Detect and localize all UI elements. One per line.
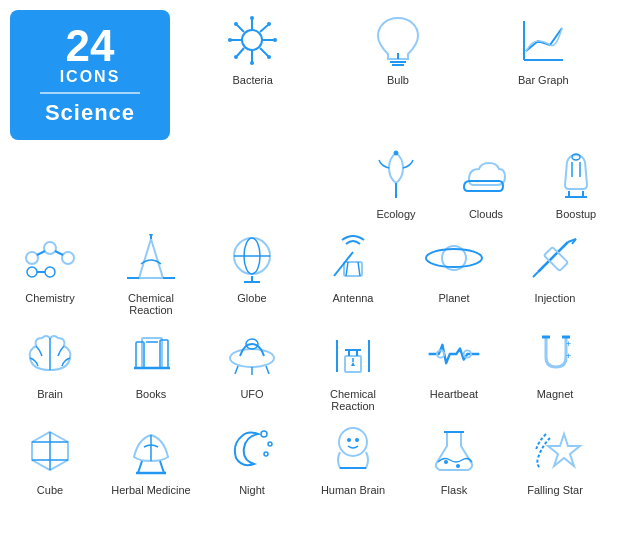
svg-line-6	[260, 48, 268, 56]
title-science: Science	[45, 100, 135, 126]
svg-line-8	[237, 48, 244, 56]
books-icon	[121, 324, 181, 384]
svg-line-5	[237, 25, 244, 32]
svg-point-40	[149, 234, 153, 236]
clouds-icon	[456, 144, 516, 204]
bar-graph-icon	[513, 10, 573, 70]
icon-flask: Flask	[414, 420, 494, 496]
globe-icon	[222, 228, 282, 288]
svg-point-97	[444, 460, 448, 464]
svg-point-90	[268, 442, 272, 446]
row3-grid: Chemistry Chemical Reaction	[10, 228, 616, 316]
magnet-label: Magnet	[537, 388, 574, 400]
svg-point-89	[261, 431, 267, 437]
svg-point-33	[27, 267, 37, 277]
top-icons-row: Bacteria Bulb	[180, 10, 616, 96]
title-divider	[40, 92, 140, 94]
antenna-label: Antenna	[333, 292, 374, 304]
icon-clouds: Clouds	[446, 144, 526, 220]
heartbeat-icon	[424, 324, 484, 384]
icon-human-brain: Human Brain	[313, 420, 393, 496]
bacteria-icon	[223, 10, 283, 70]
svg-point-13	[234, 22, 238, 26]
svg-point-98	[456, 464, 460, 468]
svg-line-65	[235, 366, 238, 374]
svg-point-10	[250, 61, 254, 65]
main-container: 24 ICONS Science	[0, 0, 626, 534]
ecology-label: Ecology	[376, 208, 415, 220]
svg-line-48	[346, 262, 348, 276]
icon-ufo: UFO	[212, 324, 292, 412]
svg-point-63	[230, 349, 274, 367]
night-icon	[222, 420, 282, 480]
icon-herbal-medicine: Herbal Medicine	[111, 420, 191, 496]
svg-point-92	[339, 428, 367, 456]
svg-point-29	[44, 242, 56, 254]
svg-rect-53	[543, 247, 567, 271]
antenna-icon	[323, 228, 383, 288]
chemical-reaction-icon	[121, 228, 181, 288]
herbal-medicine-icon	[121, 420, 181, 480]
second-row-inner: Ecology Clouds	[356, 144, 616, 220]
chemistry-icon	[20, 228, 80, 288]
brain-label: Brain	[37, 388, 63, 400]
svg-point-28	[26, 252, 38, 264]
chemical-reaction-label: Chemical Reaction	[111, 292, 191, 316]
svg-line-86	[160, 461, 164, 473]
svg-line-32	[55, 251, 63, 255]
bar-graph-label: Bar Graph	[518, 74, 569, 86]
title-number: 24	[66, 24, 115, 68]
svg-point-91	[264, 452, 268, 456]
flask-icon	[424, 420, 484, 480]
icon-brain: Brain	[10, 324, 90, 412]
icon-boostup: Boostup	[536, 144, 616, 220]
chemistry-label: Chemistry	[25, 292, 75, 304]
svg-line-49	[358, 262, 360, 276]
cube-label: Cube	[37, 484, 63, 496]
icon-books: Books	[111, 324, 191, 412]
icon-bulb: Bulb	[358, 10, 438, 86]
bulb-icon	[368, 10, 428, 70]
icon-falling-star: Falling Star	[515, 420, 595, 496]
flask-label: Flask	[441, 484, 467, 496]
svg-point-14	[267, 55, 271, 59]
ufo-icon	[222, 324, 282, 384]
svg-point-12	[273, 38, 277, 42]
chemical-reaction2-label: Chemical Reaction	[313, 388, 393, 412]
svg-point-23	[394, 151, 398, 155]
herbal-medicine-label: Herbal Medicine	[111, 484, 190, 496]
boostup-label: Boostup	[556, 208, 596, 220]
brain-icon	[20, 324, 80, 384]
icon-cube: Cube	[10, 420, 90, 496]
night-label: Night	[239, 484, 265, 496]
svg-point-94	[347, 438, 351, 442]
heartbeat-label: Heartbeat	[430, 388, 478, 400]
planet-label: Planet	[438, 292, 469, 304]
svg-line-31	[37, 251, 45, 255]
planet-icon	[424, 228, 484, 288]
icon-globe: Globe	[212, 228, 292, 316]
icon-bar-graph: Bar Graph	[503, 10, 583, 86]
human-brain-icon	[323, 420, 383, 480]
svg-line-67	[266, 366, 269, 374]
ufo-label: UFO	[240, 388, 263, 400]
svg-point-9	[250, 16, 254, 20]
icon-ecology: Ecology	[356, 144, 436, 220]
falling-star-icon	[525, 420, 585, 480]
icon-chemistry: Chemistry	[10, 228, 90, 316]
injection-label: Injection	[535, 292, 576, 304]
icon-antenna: Antenna	[313, 228, 393, 316]
title-box: 24 ICONS Science	[10, 10, 170, 140]
svg-point-95	[355, 438, 359, 442]
magnet-icon: + +	[525, 324, 585, 384]
icon-chemical-reaction2: Chemical Reaction	[313, 324, 393, 412]
icon-night: Night	[212, 420, 292, 496]
human-brain-label: Human Brain	[321, 484, 385, 496]
svg-line-7	[260, 25, 268, 32]
svg-point-30	[62, 252, 74, 264]
svg-point-11	[228, 38, 232, 42]
icon-chemical-reaction: Chemical Reaction	[111, 228, 191, 316]
chemical-reaction2-icon	[323, 324, 383, 384]
top-section: 24 ICONS Science	[10, 10, 616, 140]
svg-point-51	[426, 249, 482, 267]
